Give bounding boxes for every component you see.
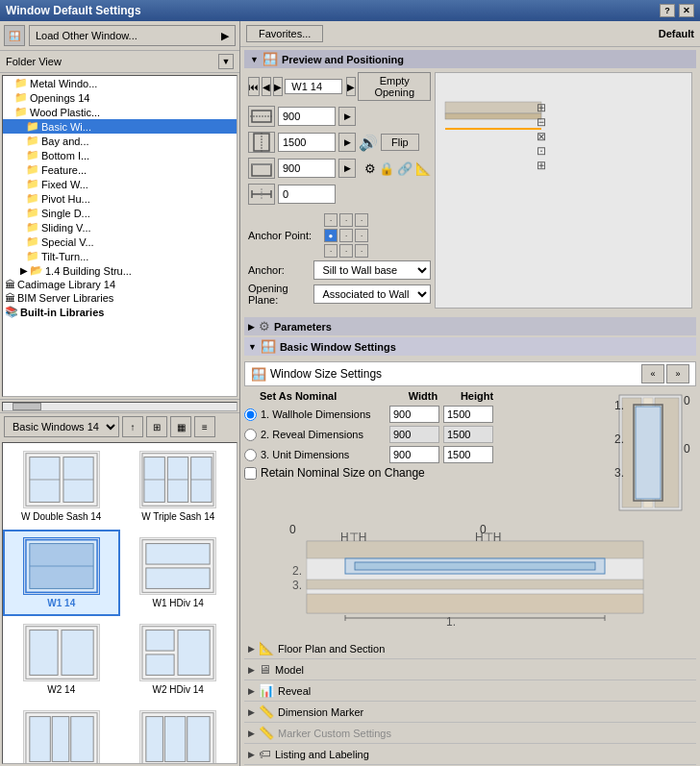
tree-item-cadimage[interactable]: 🏛 Cadimage Library 14	[3, 278, 237, 291]
offset-input[interactable]: 0	[278, 185, 336, 204]
tree-item[interactable]: 📁 Openings 14	[3, 90, 237, 105]
dim2-input[interactable]: 1500	[278, 133, 336, 152]
unit-width-input[interactable]: 900	[389, 446, 439, 463]
tree-item[interactable]: 📁 Fixed W...	[3, 177, 237, 191]
anchor-br[interactable]: ·	[355, 244, 368, 258]
anchor-grid: · · · ● · · · · ·	[324, 213, 368, 258]
tree-item[interactable]: 📁 Special V...	[3, 235, 237, 249]
wallhole-radio[interactable]	[244, 408, 257, 421]
anchor-mr[interactable]: ·	[355, 229, 368, 242]
thumb-w3-1-14[interactable]: W3 1 14	[3, 703, 120, 764]
thumb-w3-2-14[interactable]: W3 2 14	[120, 703, 238, 764]
dim1-input[interactable]: 900	[278, 107, 336, 126]
marker-custom-row[interactable]: ▶ 📏 Marker Custom Settings	[244, 723, 696, 744]
horizontal-scrollbar[interactable]	[0, 399, 239, 412]
model-section-row[interactable]: ▶ 🖥 Model	[244, 659, 696, 680]
help-button[interactable]: ?	[660, 4, 675, 17]
tree-view[interactable]: 📁 Metal Windo... 📁 Openings 14 📁 Wood Pl…	[2, 75, 238, 397]
nav-prev-prev-button[interactable]: ⏮	[248, 77, 260, 96]
tree-item[interactable]: 📁 Feature...	[3, 162, 237, 177]
tree-item[interactable]: 📁 Sliding V...	[3, 220, 237, 235]
svg-rect-26	[30, 717, 50, 762]
anchor-tc[interactable]: ·	[339, 213, 353, 227]
nav-prev-button[interactable]: ◀	[262, 77, 271, 96]
scroll-thumb[interactable]	[12, 403, 41, 410]
grid-view-button[interactable]: ▦	[170, 416, 191, 437]
view-toggle-button[interactable]: ⊞	[146, 416, 167, 437]
wss-header[interactable]: 🪟 Window Size Settings « »	[244, 361, 696, 386]
tree-item-bim[interactable]: 🏛 BIM Server Libraries	[3, 291, 237, 305]
tree-item[interactable]: 📁 Metal Windo...	[3, 76, 237, 90]
preview-section-header[interactable]: ▼ 🪟 Preview and Positioning	[244, 50, 696, 68]
opening-plane-select[interactable]: Associated to Wall	[313, 284, 431, 304]
library-icon: 🏛	[5, 292, 15, 304]
folder-up-button[interactable]: ↑	[122, 416, 143, 437]
svg-rect-20	[62, 630, 93, 676]
svg-rect-17	[146, 568, 210, 588]
svg-text:⊞: ⊞	[537, 159, 546, 172]
anchor-select[interactable]: Sill to Wall base	[313, 260, 431, 280]
flip-button[interactable]: Flip	[381, 134, 419, 151]
thumb-w1-hdiv[interactable]: W1 HDiv 14	[120, 530, 238, 616]
thumb-w-double-sash[interactable]: W Double Sash 14	[3, 443, 120, 530]
anchor-mc[interactable]: ·	[339, 229, 353, 242]
svg-text:0: 0	[684, 442, 690, 456]
reveal-radio[interactable]	[244, 429, 257, 441]
tree-item[interactable]: 📁 Single D...	[3, 206, 237, 220]
parameters-header[interactable]: ▶ ⚙ Parameters	[244, 317, 696, 335]
anchor-ml[interactable]: ●	[324, 229, 338, 242]
list-view-button[interactable]: ≡	[194, 416, 215, 437]
tree-item[interactable]: 📁 Bay and...	[3, 134, 237, 148]
nav-next-button[interactable]: ▶	[273, 77, 283, 96]
wallhole-height-input[interactable]: 1500	[443, 406, 493, 423]
listing-label-row[interactable]: ▶ 🏷 Listing and Labeling	[244, 744, 696, 765]
settings-icon1: ⚙	[364, 161, 376, 176]
tree-item[interactable]: 📁 Bottom I...	[3, 148, 237, 162]
tree-item-builtin[interactable]: 📚 Built-in Libraries	[3, 305, 237, 319]
tree-item[interactable]: 📁 Pivot Hu...	[3, 191, 237, 206]
retain-checkbox[interactable]	[244, 467, 257, 480]
anchor-bc[interactable]: ·	[339, 244, 353, 258]
folder-icon: 📁	[26, 207, 39, 219]
thumb-w1-14[interactable]: W1 14	[3, 530, 120, 616]
dim3-input[interactable]: 900	[278, 159, 336, 178]
dim2-increment-button[interactable]: ▶	[338, 133, 356, 152]
folder-select[interactable]: Basic Windows 14	[4, 416, 119, 437]
thumb-w-triple-sash[interactable]: W Triple Sash 14	[120, 443, 238, 530]
svg-text:1.: 1.	[614, 399, 624, 412]
thumb-w2-hdiv[interactable]: W2 HDiv 14	[120, 616, 238, 703]
tree-item-building[interactable]: ▶ 📂 1.4 Building Stru...	[3, 263, 237, 278]
anchor-bl[interactable]: ·	[324, 244, 338, 258]
favorites-button[interactable]: Favorites...	[246, 25, 323, 42]
go-arrow-button[interactable]: ▶	[346, 77, 356, 96]
floor-plan-section-row[interactable]: ▶ 📐 Floor Plan and Section	[244, 638, 696, 659]
tree-item[interactable]: 📁 Wood Plastic...	[3, 105, 237, 119]
unit-radio[interactable]	[244, 449, 257, 461]
thumbnail-grid[interactable]: W Double Sash 14 W Triple Sash 14	[2, 442, 238, 764]
marker-custom-collapse-icon: ▶	[248, 729, 255, 738]
wss-prev-button[interactable]: «	[641, 364, 664, 383]
folder-view-label: Folder View	[6, 56, 62, 67]
dimension-marker-row[interactable]: ▶ 📏 Dimension Marker	[244, 702, 696, 723]
dim-width-icon	[248, 106, 275, 127]
folder-view-dropdown[interactable]: ▼	[218, 54, 234, 69]
empty-opening-button[interactable]: Empty Opening	[358, 72, 431, 101]
anchor-tl[interactable]: ·	[324, 213, 338, 227]
dim1-increment-button[interactable]: ▶	[338, 107, 356, 126]
load-other-button[interactable]: Load Other Window... ▶	[29, 25, 236, 46]
unit-height-input[interactable]: 1500	[443, 446, 493, 463]
close-button[interactable]: ✕	[679, 4, 694, 17]
tree-item[interactable]: 📁 Tilt-Turn...	[3, 249, 237, 263]
wss-header-left: 🪟 Window Size Settings	[251, 367, 386, 382]
reveal-section-row[interactable]: ▶ 📊 Reveal	[244, 680, 696, 702]
wss-next-button[interactable]: »	[666, 364, 689, 383]
thumb-w2-14[interactable]: W2 14	[3, 616, 120, 703]
scroll-track[interactable]	[2, 402, 238, 411]
basic-window-header[interactable]: ▼ 🪟 Basic Window Settings	[244, 337, 696, 356]
dim3-increment-button[interactable]: ▶	[338, 159, 356, 178]
tree-item-basic-windows[interactable]: 📁 Basic Wi...	[3, 119, 237, 134]
reveal-width-input[interactable]: 900	[389, 426, 439, 443]
anchor-tr[interactable]: ·	[355, 213, 368, 227]
wallhole-width-input[interactable]: 900	[389, 406, 439, 423]
reveal-height-input[interactable]: 1500	[443, 426, 493, 443]
